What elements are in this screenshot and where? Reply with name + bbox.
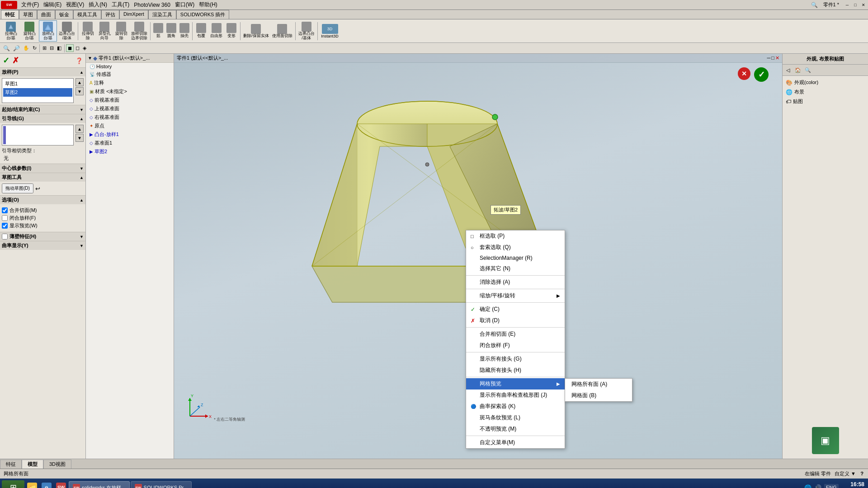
tree-item-top-plane[interactable]: ◇ 上视基准面 xyxy=(86,104,174,113)
right-panel-search-btn[interactable]: 🔍 xyxy=(803,66,812,75)
menu-tools[interactable]: 工具(T) xyxy=(109,0,132,9)
menu-help[interactable]: 帮助(H) xyxy=(197,0,220,9)
sketch-tools-collapse-icon[interactable]: ▲ xyxy=(80,175,84,180)
extrude-boss-btn[interactable]: 拉伸凸台/基 xyxy=(2,21,20,42)
right-tree-item-decal[interactable]: 🏷 贴图 xyxy=(784,97,866,106)
tab-model-bottom[interactable]: 模型 xyxy=(22,460,43,469)
guide-move-up-btn[interactable]: ▲ xyxy=(75,125,84,133)
solidworks-logo[interactable]: SW xyxy=(1,1,17,9)
loft-header[interactable]: 放样(P) ▲ xyxy=(0,68,85,76)
tab-3dview-bottom[interactable]: 3D视图 xyxy=(43,460,71,469)
close-btn[interactable]: ✕ xyxy=(860,1,867,9)
ctx-item-lasso-select[interactable]: ○ 套索选取 (Q) xyxy=(466,242,565,253)
taskbar-item-solidworks2[interactable]: SW SOLIDWORKS Pr... xyxy=(131,481,192,488)
zoom-out-icon[interactable]: 🔎 xyxy=(12,45,21,52)
start-end-collapse-icon[interactable]: ▼ xyxy=(80,108,84,112)
viewport-close-icon[interactable]: ✕ xyxy=(775,55,779,61)
tab-sketch[interactable]: 草图 xyxy=(19,10,37,19)
right-panel-home-btn[interactable]: 🏠 xyxy=(793,66,802,75)
ctx-item-box-select[interactable]: □ 框选取 (P) xyxy=(466,230,565,242)
taskbar-icon-ie[interactable]: e xyxy=(40,481,53,488)
tab-sheet-metal[interactable]: 钣金 xyxy=(55,10,73,19)
undo-icon[interactable]: ↩ xyxy=(35,185,40,192)
loft-profile-list[interactable]: 草图1 草图2 xyxy=(2,78,74,103)
wireframe-icon[interactable]: ◻ xyxy=(74,45,81,52)
profile-move-up-btn[interactable]: ▲ xyxy=(75,78,84,86)
pattern-btn[interactable]: 删除/保留实体 xyxy=(242,23,270,39)
extrude-cut-btn[interactable]: 拉伸切除 xyxy=(80,21,96,42)
viewport-min-icon[interactable]: ─ xyxy=(767,55,771,61)
thin-feature-header[interactable]: 薄壁特征(H) ▼ xyxy=(0,232,85,241)
thin-feature-collapse-icon[interactable]: ▼ xyxy=(80,235,84,239)
viewport-confirm-icon[interactable]: ✓ xyxy=(754,67,769,82)
close-loft-checkbox[interactable]: 闭合放样(F) xyxy=(2,215,84,221)
taskbar-clock[interactable]: 16:58 2016-12-23 xyxy=(841,481,864,488)
viewport[interactable]: 零件1 (默认<<默认>_... ─ □ ✕ ✓ ✕ xyxy=(174,54,782,459)
merge-faces-checkbox[interactable]: 合并切面(M) xyxy=(2,207,84,214)
tree-item-ref-plane[interactable]: ◇ 基准面1 xyxy=(86,139,174,147)
status-zoom[interactable]: 自定义 ▼ xyxy=(835,470,856,477)
restore-btn[interactable]: □ xyxy=(852,1,859,9)
zoom-in-icon[interactable]: 🔍 xyxy=(2,45,11,52)
loft-profile-item-1[interactable]: 草图1 xyxy=(3,80,72,88)
loft-profile-item-2[interactable]: 草图2 xyxy=(3,88,72,97)
taskbar-item-solidworks1[interactable]: SW solidworks 在放样... xyxy=(69,481,130,488)
menu-insert[interactable]: 插入(N) xyxy=(86,0,109,9)
options-collapse-icon[interactable]: ▲ xyxy=(80,198,84,202)
ctx-item-curvature-explorer[interactable]: 🔵 曲率探索器 (K) xyxy=(466,401,565,412)
guide-move-down-btn[interactable]: ▼ xyxy=(75,134,84,142)
confirm-x-icon[interactable]: ✗ xyxy=(12,56,19,66)
menu-photoview[interactable]: PhotoView 360 xyxy=(132,1,173,9)
menu-view[interactable]: 视图(V) xyxy=(64,0,86,9)
profile-move-down-btn[interactable]: ▼ xyxy=(75,87,84,95)
section-view-icon[interactable]: ⊟ xyxy=(48,45,55,52)
display-style-icon[interactable]: ◧ xyxy=(56,45,63,52)
ctx-item-show-connectors[interactable]: 显示所有接头 (G) xyxy=(466,353,565,365)
options-header[interactable]: 选项(O) ▲ xyxy=(0,196,85,204)
tree-item-origin[interactable]: ✦ 原点 xyxy=(86,122,174,130)
guide-collapse-icon[interactable]: ▲ xyxy=(80,117,84,121)
ctx-item-select-other[interactable]: 选择其它 (N) xyxy=(466,263,565,274)
tab-feature-bottom[interactable]: 特征 xyxy=(0,460,22,469)
start-button[interactable]: ⊞ xyxy=(2,480,24,488)
viewport-max-icon[interactable]: □ xyxy=(771,55,774,61)
curvature-header[interactable]: 曲率显示(Y) ▼ xyxy=(0,241,85,250)
curvature-collapse-icon[interactable]: ▼ xyxy=(80,244,84,248)
taskbar-network-icon[interactable]: 🌐 xyxy=(804,484,811,488)
mirror-btn[interactable]: 使用面切除 xyxy=(271,23,294,39)
tab-mold-tools[interactable]: 模具工具 xyxy=(73,10,101,19)
tree-item-front-plane[interactable]: ◇ 前视基准面 xyxy=(86,96,174,104)
start-end-header[interactable]: 起始/结束约束(C) ▼ xyxy=(0,105,85,114)
ctx-item-close-loft[interactable]: 闭合放样 (F) xyxy=(466,340,565,351)
hidden-icon[interactable]: ◈ xyxy=(81,45,88,52)
taskbar-lang[interactable]: ENG xyxy=(824,484,839,488)
centerline-header[interactable]: 中心线参数(I) ▼ xyxy=(0,164,85,173)
menu-window[interactable]: 窗口(W) xyxy=(173,0,197,9)
tab-plugins[interactable]: SOLIDWORKS 插件 xyxy=(176,10,230,19)
ctx-item-zebra-stripes[interactable]: 斑马条纹预览 (L) xyxy=(466,412,565,423)
taskbar-icon-sw1[interactable]: SW xyxy=(54,481,68,488)
sketch-tools-header[interactable]: 草图工具 ▲ xyxy=(0,173,85,182)
ctx-item-opaque-preview[interactable]: 不透明预览 (M) xyxy=(466,423,565,435)
wrap-btn[interactable]: 包覆 xyxy=(194,22,208,40)
ctx-item-mesh-preview[interactable]: 网格预览 ▶ 网格所有面 (A) 网格面 (B) xyxy=(466,378,565,389)
right-tree-item-scene[interactable]: 🌐 布景 xyxy=(784,87,866,97)
freeform-btn[interactable]: 自由形 xyxy=(209,22,224,40)
chamfer-btn[interactable]: 圆角 xyxy=(165,22,178,40)
tree-item-sketch2[interactable]: ▶ 草图2 xyxy=(86,147,174,156)
right-tree-item-appearance[interactable]: 🎨 外观(color) xyxy=(784,78,866,87)
boundary-boss-btn[interactable]: 边界凸台/基体 xyxy=(57,21,76,42)
menu-file[interactable]: 文件(F) xyxy=(19,0,41,9)
loft-boss-btn[interactable]: 放样凸台/基 xyxy=(39,20,57,42)
right-panel-back-btn[interactable]: ◁ xyxy=(783,66,793,75)
ctx-item-selection-manager[interactable]: SelectionManager (R) xyxy=(466,253,565,263)
deform-btn[interactable]: 变形 xyxy=(224,22,239,40)
guide-header[interactable]: 引导线(G) ▲ xyxy=(0,114,85,123)
curve-btn[interactable]: 边界凸台/基体 xyxy=(297,21,316,42)
search-icon[interactable]: 🔍 xyxy=(810,1,819,9)
tab-feature[interactable]: 特征 xyxy=(1,10,19,19)
tree-item-history[interactable]: 🕐 History xyxy=(86,63,174,70)
taskbar-icon-explorer[interactable]: 📁 xyxy=(25,481,39,488)
draft-btn[interactable]: 抽壳 xyxy=(178,22,191,40)
guide-list[interactable] xyxy=(2,125,74,145)
